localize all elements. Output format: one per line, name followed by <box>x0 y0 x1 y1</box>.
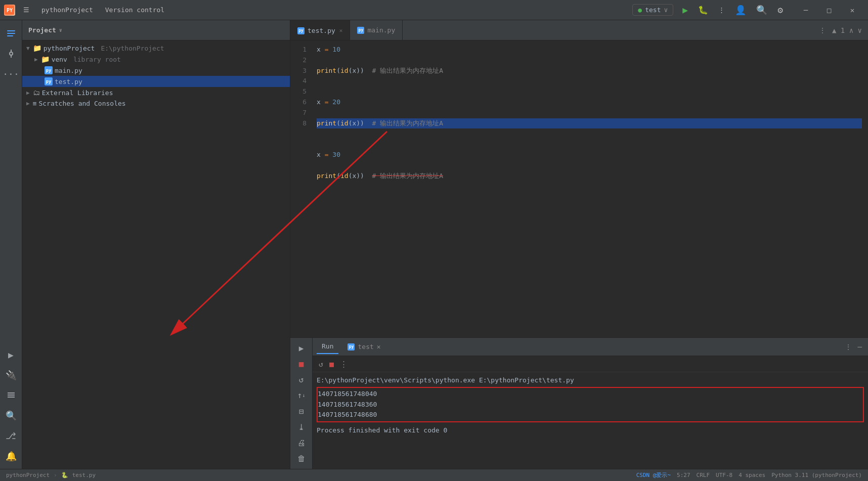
tree-item-scratches[interactable]: ▶ ≡ Scratches and Consoles <box>22 98 290 109</box>
warning-badge[interactable]: ▲ 1 ∧ ∨ <box>830 24 864 36</box>
bl-stop-btn[interactable]: ■ <box>292 358 311 370</box>
sidebar-item-plugins[interactable]: 🔌 <box>2 366 20 384</box>
external-chevron-icon: ▶ <box>26 90 30 96</box>
status-right: CSDN @爱示~ 5:27 CRLF UTF-8 4 spaces Pytho… <box>636 471 862 479</box>
tree-item-root[interactable]: ▼ 📁 pythonProject E:\pythonProject <box>22 42 290 54</box>
run-tab-test[interactable]: py test ✕ <box>342 340 385 354</box>
status-filename[interactable]: test.py <box>72 472 96 478</box>
status-line-ending[interactable]: CRLF <box>697 472 710 478</box>
rt-more-btn[interactable]: ⋮ <box>338 358 350 370</box>
svg-text:PY: PY <box>7 8 13 13</box>
status-encoding[interactable]: UTF-8 <box>716 472 732 478</box>
bottom-area: ▶ ■ ↺ ↑↓ ⊟ ⤓ 🖨 🗑 Run <box>290 337 868 469</box>
test-tab-label: test <box>358 343 373 351</box>
tree-item-external[interactable]: ▶ 🗂 External Libraries <box>22 87 290 98</box>
app-logo: PY <box>4 5 15 16</box>
status-bar: pythonProject › 🐍 test.py CSDN @爱示~ 5:27… <box>0 469 868 481</box>
rt-stop-btn[interactable]: ■ <box>327 358 336 370</box>
tree-item-mainpy[interactable]: py main.py <box>22 65 290 76</box>
tab-bar: py test.py ✕ py main.py ⋮ ▲ 1 ∧ ∨ <box>290 20 868 40</box>
bottom-left-sidebar: ▶ ■ ↺ ↑↓ ⊟ ⤓ 🖨 🗑 <box>290 338 313 469</box>
root-path: E:\pythonProject <box>101 45 164 52</box>
venv-label: library root <box>73 56 121 63</box>
bl-delete-btn[interactable]: 🗑 <box>292 452 311 465</box>
project-chevron: ∨ <box>59 27 62 33</box>
sidebar-item-git[interactable]: ⎇ <box>2 426 20 445</box>
status-csdn: CSDN @爱示~ <box>636 471 671 479</box>
run-panel-actions: ⋮ ─ <box>843 341 864 353</box>
project-panel-header[interactable]: Project ∨ <box>22 20 290 40</box>
project-menu[interactable]: pythonProject <box>37 4 97 16</box>
bl-run-btn[interactable]: ▶ <box>292 342 311 355</box>
sidebar-item-run[interactable]: ▶ <box>2 345 20 364</box>
run-panel-minimize-btn[interactable]: ─ <box>856 341 864 353</box>
more-actions-button[interactable]: ⋮ <box>715 4 728 16</box>
code-content[interactable]: x = 10 print(id(x)) # 输出结果为内存地址A x = 20 … <box>311 40 868 337</box>
sidebar-item-notifications[interactable]: 🔔 <box>2 447 20 465</box>
root-folder-icon: 📁 <box>33 44 41 52</box>
status-left: pythonProject › 🐍 test.py <box>6 472 96 478</box>
tab-testpy-close[interactable]: ✕ <box>339 27 343 34</box>
bl-scroll-end-btn[interactable]: ⤓ <box>292 421 311 433</box>
output-line-1: 140718561748040 <box>318 389 863 400</box>
rt-rerun-btn[interactable]: ↺ <box>317 358 325 370</box>
maximize-button[interactable]: □ <box>817 0 841 20</box>
sidebar-item-more[interactable]: ··· <box>2 65 20 83</box>
test-tab-close[interactable]: ✕ <box>377 343 381 351</box>
venv-chevron-icon: ▶ <box>34 56 38 63</box>
tree-item-testpy[interactable]: py test.py <box>22 76 290 87</box>
status-indent[interactable]: 4 spaces <box>739 472 765 478</box>
run-panel-options-btn[interactable]: ⋮ <box>843 341 854 353</box>
tab-mainpy-label: main.py <box>367 26 395 34</box>
settings-button[interactable]: ⚙ <box>774 3 786 17</box>
scratches-name: Scratches and Consoles <box>38 100 125 107</box>
tree-item-venv[interactable]: ▶ 📁 venv library root <box>22 54 290 65</box>
run-tab-run[interactable]: Run <box>317 339 338 354</box>
sidebar-item-commit[interactable] <box>2 45 20 63</box>
venv-folder-icon: 📁 <box>41 55 50 63</box>
sidebar-item-search[interactable]: 🔍 <box>2 406 20 424</box>
version-control-menu[interactable]: Version control <box>101 4 168 16</box>
run-toolbar: ↺ ■ ⋮ <box>313 356 868 372</box>
project-label: Project <box>28 26 56 34</box>
bl-scroll-btn[interactable]: ↑↓ <box>292 389 311 402</box>
minimize-button[interactable]: ─ <box>794 0 817 20</box>
status-py-icon: 🐍 <box>61 472 68 478</box>
tab-mainpy[interactable]: py main.py <box>350 20 403 40</box>
sidebar-item-layers[interactable] <box>2 386 20 404</box>
bl-filter-btn[interactable]: ⊟ <box>292 405 311 418</box>
bl-print-btn[interactable]: 🖨 <box>292 436 311 449</box>
status-position[interactable]: 5:27 <box>677 472 690 478</box>
close-button[interactable]: ✕ <box>841 0 864 20</box>
venv-name: venv <box>52 56 67 63</box>
tab-testpy-icon: py <box>297 27 305 34</box>
tab-options-button[interactable]: ⋮ <box>817 24 828 36</box>
status-project[interactable]: pythonProject <box>6 472 50 478</box>
tab-testpy[interactable]: py test.py ✕ <box>290 20 350 40</box>
hamburger-menu[interactable]: ☰ <box>19 4 33 16</box>
exit-message: Process finished with exit code 0 <box>317 425 864 436</box>
bl-rerun-btn[interactable]: ↺ <box>292 373 311 386</box>
bottom-content: Run py test ✕ ⋮ ─ <box>313 338 868 469</box>
main-layout: ··· ▶ 🔌 🔍 ⎇ 🔔 Project ∨ ▼ 📁 pythonProjec… <box>0 20 868 469</box>
title-bar: PY ☰ pythonProject Version control ● tes… <box>0 0 868 20</box>
run-config[interactable]: ● test ∨ <box>632 4 673 16</box>
sidebar-item-project[interactable] <box>2 24 20 42</box>
code-editor[interactable]: 1 2 3 4 5 6 7 8 x = 10 print(id(x)) # 输出… <box>290 40 868 337</box>
run-button[interactable]: ▶ <box>679 3 691 17</box>
status-python-version[interactable]: Python 3.11 (pythonProject) <box>771 472 862 478</box>
svg-rect-4 <box>7 35 13 36</box>
run-config-icon: ● <box>638 6 642 14</box>
account-button[interactable]: 👤 <box>732 3 749 17</box>
search-everywhere-button[interactable]: 🔍 <box>753 3 770 17</box>
debug-button[interactable]: 🐛 <box>695 3 711 17</box>
svg-rect-3 <box>7 33 15 34</box>
run-config-chevron: ∨ <box>664 6 668 14</box>
editor-area: py test.py ✕ py main.py ⋮ ▲ 1 ∧ ∨ 1 <box>290 20 868 469</box>
mainpy-icon: py <box>45 66 53 74</box>
external-name: External Libraries <box>42 89 113 97</box>
root-name: pythonProject <box>44 45 95 52</box>
scratches-icon: ≡ <box>33 100 37 107</box>
window-controls: ─ □ ✕ <box>794 0 864 20</box>
project-panel: Project ∨ ▼ 📁 pythonProject E:\pythonPro… <box>22 20 290 469</box>
